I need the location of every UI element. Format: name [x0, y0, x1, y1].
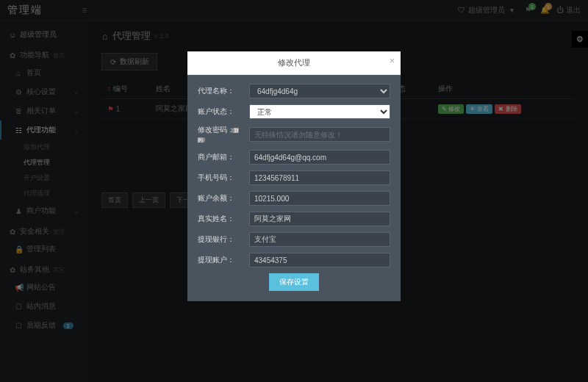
- account-input[interactable]: [249, 253, 390, 267]
- bank-label: 提现银行：: [198, 234, 243, 245]
- realname-input[interactable]: [249, 212, 390, 226]
- name-select[interactable]: 64dfjg4d64g: [249, 84, 390, 98]
- edit-agent-modal: 修改代理 × 代理名称：64dfjg4d64g 账户状态：正常 修改密码：新的 …: [187, 51, 401, 301]
- phone-input[interactable]: [249, 170, 390, 185]
- modal-body: 代理名称：64dfjg4d64g 账户状态：正常 修改密码：新的 商户邮箱： 手…: [187, 75, 401, 301]
- phone-label: 手机号码：: [198, 173, 243, 183]
- close-icon[interactable]: ×: [390, 56, 395, 66]
- email-input[interactable]: [249, 150, 390, 165]
- modal-title: 修改代理: [278, 57, 310, 68]
- modal-header: 修改代理 ×: [187, 51, 401, 75]
- pwd-label: 修改密码：新的: [198, 125, 243, 144]
- balance-input[interactable]: [249, 191, 390, 206]
- status-select[interactable]: 正常: [249, 104, 390, 119]
- account-label: 提现账户：: [198, 255, 243, 265]
- modal-overlay[interactable]: 修改代理 × 代理名称：64dfjg4d64g 账户状态：正常 修改密码：新的 …: [0, 0, 588, 382]
- status-label: 账户状态：: [198, 107, 243, 117]
- pwd-input[interactable]: [249, 127, 390, 142]
- email-label: 商户邮箱：: [198, 152, 243, 162]
- name-label: 代理名称：: [198, 86, 243, 96]
- realname-label: 真实姓名：: [198, 214, 243, 224]
- bank-input[interactable]: [249, 232, 390, 247]
- balance-label: 账户余额：: [198, 193, 243, 203]
- save-button[interactable]: 保存设置: [269, 273, 319, 291]
